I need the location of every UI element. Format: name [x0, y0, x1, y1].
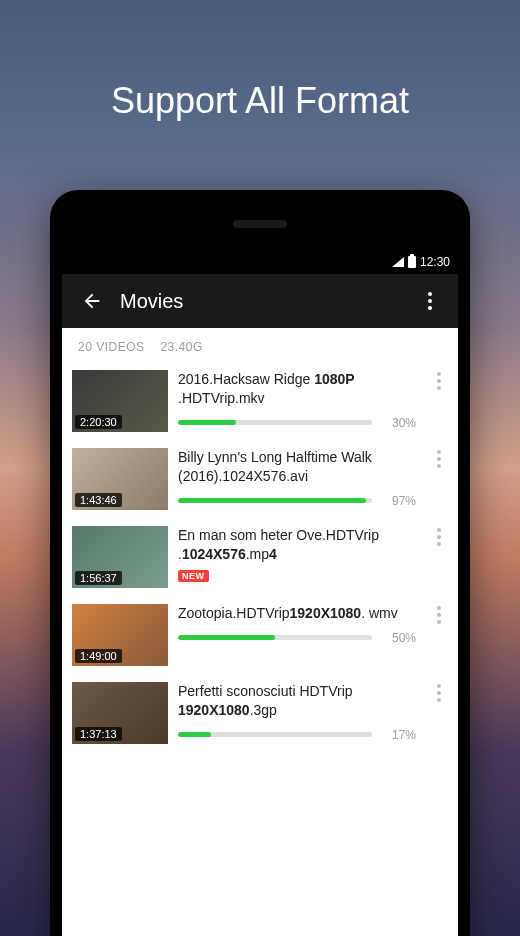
video-count: 20 VIDEOS [78, 340, 145, 354]
battery-icon [408, 256, 416, 268]
video-title: En man som heter Ove.HDTVrip .1024X576.m… [178, 526, 416, 564]
status-bar: 12:30 [62, 250, 458, 274]
progress-fill [178, 498, 366, 503]
folder-size: 23.40G [160, 340, 202, 354]
video-list-item[interactable]: 1:56:37En man som heter Ove.HDTVrip .102… [62, 518, 458, 596]
video-thumbnail[interactable]: 1:56:37 [72, 526, 168, 588]
progress-fill [178, 732, 211, 737]
video-meta: 2016.Hacksaw Ridge 1080P .HDTVrip.mkv30% [178, 370, 416, 430]
video-list: 2:20:302016.Hacksaw Ridge 1080P .HDTVrip… [62, 362, 458, 752]
screen: 12:30 Movies 20 VIDEOS 23.40G 2:20:30201… [62, 250, 458, 936]
new-badge: NEW [178, 570, 209, 582]
back-button[interactable] [72, 281, 112, 321]
item-overflow-button[interactable] [426, 526, 452, 546]
phone-speaker [233, 220, 287, 228]
promo-headline: Support All Format [0, 0, 520, 122]
video-duration: 1:37:13 [75, 727, 122, 741]
video-meta: Billy Lynn's Long Halftime Walk (2016).1… [178, 448, 416, 508]
arrow-left-icon [81, 290, 103, 312]
status-time: 12:30 [420, 255, 450, 269]
video-list-item[interactable]: 1:49:00Zootopia.HDTVrip1920X1080. wmv50% [62, 596, 458, 674]
progress-bar [178, 498, 372, 503]
progress-fill [178, 635, 275, 640]
video-meta: En man som heter Ove.HDTVrip .1024X576.m… [178, 526, 416, 583]
signal-icon [392, 257, 404, 267]
progress-bar [178, 635, 372, 640]
video-meta: Zootopia.HDTVrip1920X1080. wmv50% [178, 604, 416, 645]
overflow-menu-button[interactable] [412, 281, 448, 321]
video-thumbnail[interactable]: 1:49:00 [72, 604, 168, 666]
progress-percent: 50% [382, 631, 416, 645]
more-vert-icon [437, 372, 441, 390]
video-thumbnail[interactable]: 2:20:30 [72, 370, 168, 432]
phone-frame: 12:30 Movies 20 VIDEOS 23.40G 2:20:30201… [50, 190, 470, 936]
video-title: Zootopia.HDTVrip1920X1080. wmv [178, 604, 416, 623]
app-bar: Movies [62, 274, 458, 328]
video-list-item[interactable]: 1:37:13 Perfetti sconosciuti HDTVrip 192… [62, 674, 458, 752]
item-overflow-button[interactable] [426, 604, 452, 624]
more-vert-icon [437, 606, 441, 624]
video-title: Perfetti sconosciuti HDTVrip 1920X1080.3… [178, 682, 416, 720]
progress-bar [178, 732, 372, 737]
item-overflow-button[interactable] [426, 448, 452, 468]
video-thumbnail[interactable]: 1:37:13 [72, 682, 168, 744]
more-vert-icon [437, 528, 441, 546]
progress-row: 97% [178, 494, 416, 508]
video-duration: 1:56:37 [75, 571, 122, 585]
video-title: 2016.Hacksaw Ridge 1080P .HDTVrip.mkv [178, 370, 416, 408]
more-vert-icon [437, 684, 441, 702]
more-vert-icon [428, 292, 432, 310]
progress-percent: 97% [382, 494, 416, 508]
more-vert-icon [437, 450, 441, 468]
video-duration: 1:49:00 [75, 649, 122, 663]
page-title: Movies [112, 290, 412, 313]
video-duration: 1:43:46 [75, 493, 122, 507]
progress-percent: 30% [382, 416, 416, 430]
progress-row: 30% [178, 416, 416, 430]
video-list-item[interactable]: 1:43:46Billy Lynn's Long Halftime Walk (… [62, 440, 458, 518]
video-thumbnail[interactable]: 1:43:46 [72, 448, 168, 510]
progress-fill [178, 420, 236, 425]
video-list-item[interactable]: 2:20:302016.Hacksaw Ridge 1080P .HDTVrip… [62, 362, 458, 440]
progress-bar [178, 420, 372, 425]
item-overflow-button[interactable] [426, 682, 452, 702]
video-meta: Perfetti sconosciuti HDTVrip 1920X1080.3… [178, 682, 416, 742]
progress-row: 17% [178, 728, 416, 742]
folder-summary: 20 VIDEOS 23.40G [62, 328, 458, 362]
video-title: Billy Lynn's Long Halftime Walk (2016).1… [178, 448, 416, 486]
video-duration: 2:20:30 [75, 415, 122, 429]
progress-row: 50% [178, 631, 416, 645]
item-overflow-button[interactable] [426, 370, 452, 390]
progress-percent: 17% [382, 728, 416, 742]
